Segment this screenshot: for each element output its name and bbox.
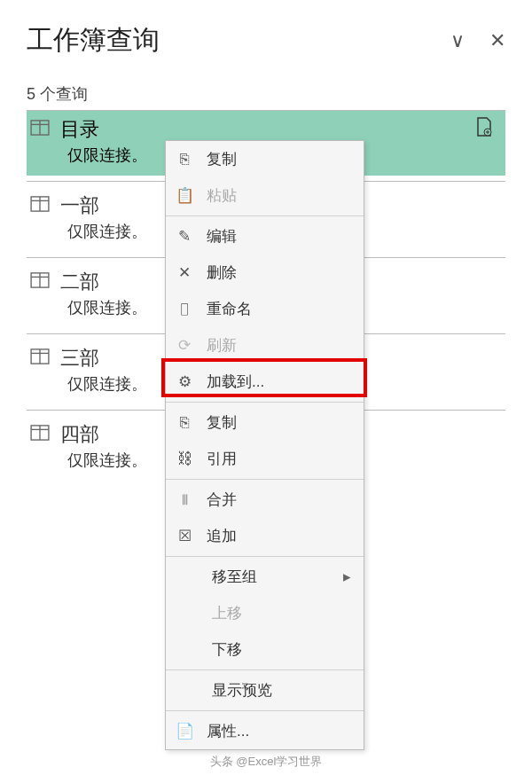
query-count-label: 5 个查询 [27, 83, 505, 105]
menu-label: 属性... [207, 721, 355, 741]
menu-item-下移[interactable]: 下移 [166, 631, 364, 668]
table-icon [30, 194, 50, 217]
query-name: 一部 [60, 192, 99, 219]
query-name: 三部 [60, 345, 99, 372]
menu-label: 粘贴 [207, 185, 355, 206]
menu-item-rename[interactable]: ⌷重命名 [166, 291, 364, 327]
append-icon: ☒ [175, 527, 194, 545]
menu-label: 刷新 [207, 335, 355, 356]
menu-label: 加载到... [207, 372, 355, 392]
paste-icon: 📋 [175, 186, 194, 205]
menu-item-edit[interactable]: ✎编辑 [166, 218, 364, 254]
edit-icon: ✎ [175, 227, 194, 246]
link-icon: ⛓ [175, 450, 194, 468]
menu-label: 编辑 [207, 226, 355, 247]
query-name: 二部 [60, 269, 99, 295]
menu-separator [166, 556, 364, 557]
menu-label: 复制 [207, 149, 355, 169]
rename-icon: ⌷ [175, 301, 194, 318]
menu-item-duplicate[interactable]: ⎘复制 [166, 404, 364, 441]
menu-item-paste: 📋粘贴 [166, 177, 364, 214]
context-menu: ⎘复制📋粘贴✎编辑✕删除⌷重命名⟳刷新⚙加载到...⎘复制⛓引用⫴合并☒追加移至… [165, 140, 364, 750]
menu-label: 重命名 [207, 299, 355, 319]
close-icon[interactable]: ✕ [489, 29, 505, 52]
menu-item-移至组[interactable]: 移至组▸ [166, 559, 364, 595]
menu-label: 下移 [212, 639, 355, 660]
menu-item-delete[interactable]: ✕删除 [166, 254, 364, 291]
footer-credit: 头条 @Excel学习世界 [0, 754, 532, 770]
properties-icon: 📄 [175, 722, 194, 740]
menu-label: 删除 [207, 262, 355, 283]
menu-item-loadto[interactable]: ⚙加载到... [166, 364, 364, 400]
menu-label: 上移 [212, 603, 355, 623]
merge-icon: ⫴ [175, 491, 194, 509]
panel-title: 工作簿查询 [27, 22, 450, 59]
menu-item-上移: 上移 [166, 595, 364, 631]
menu-item-refresh: ⟳刷新 [166, 327, 364, 364]
menu-separator [166, 479, 364, 480]
menu-item-copy[interactable]: ⎘复制 [166, 141, 364, 177]
menu-item-显示预览[interactable]: 显示预览 [166, 672, 364, 708]
menu-label: 复制 [207, 412, 355, 433]
menu-label: 显示预览 [212, 680, 355, 701]
refresh-icon: ⟳ [175, 336, 194, 355]
duplicate-icon: ⎘ [175, 414, 194, 432]
menu-label: 移至组 [212, 567, 331, 587]
menu-label: 合并 [207, 489, 355, 510]
delete-icon: ✕ [175, 263, 194, 282]
table-icon [30, 347, 50, 370]
menu-item-properties[interactable]: 📄属性... [166, 713, 364, 749]
menu-label: 追加 [207, 526, 355, 546]
menu-separator [166, 669, 364, 670]
chevron-right-icon: ▸ [343, 568, 355, 586]
menu-label: 引用 [207, 449, 355, 469]
menu-item-append[interactable]: ☒追加 [166, 518, 364, 554]
table-icon [30, 118, 50, 141]
menu-separator [166, 402, 364, 403]
menu-item-merge[interactable]: ⫴合并 [166, 481, 364, 518]
title-row: 工作簿查询 ∨ ✕ [27, 0, 505, 67]
loadto-icon: ⚙ [175, 372, 194, 391]
menu-item-link[interactable]: ⛓引用 [166, 441, 364, 477]
table-icon [30, 270, 50, 294]
table-icon [30, 423, 50, 446]
menu-separator [166, 710, 364, 711]
chevron-down-icon[interactable]: ∨ [450, 29, 465, 52]
menu-separator [166, 215, 364, 216]
copy-icon: ⎘ [175, 151, 194, 168]
query-name: 四部 [60, 421, 99, 448]
query-name: 目录 [60, 116, 99, 143]
load-indicator-icon [475, 116, 502, 143]
